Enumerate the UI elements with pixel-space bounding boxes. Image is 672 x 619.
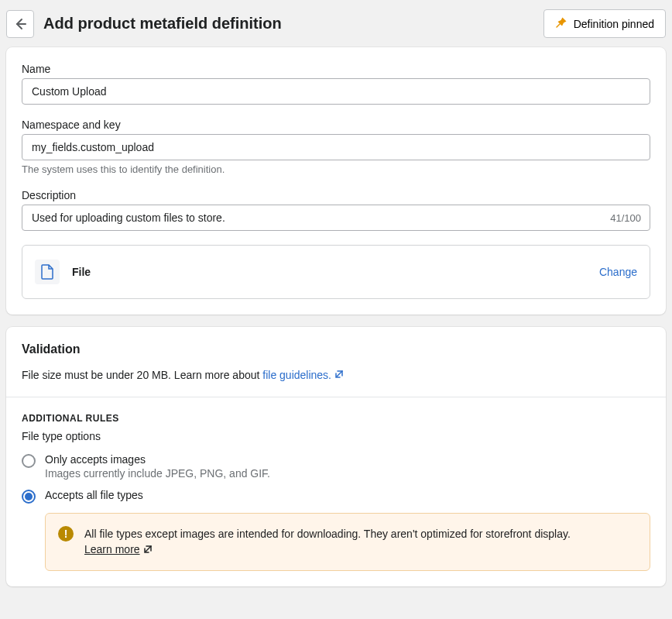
external-link-icon <box>143 545 153 554</box>
type-selector: File Change <box>22 245 650 299</box>
radio-icon <box>22 454 36 468</box>
validation-card: Validation File size must be under 20 MB… <box>6 327 666 586</box>
file-type-options-label: File type options <box>22 430 650 442</box>
warning-banner: ! All file types except images are inten… <box>45 513 650 571</box>
radio-only-images-label: Only accepts images <box>45 453 270 466</box>
radio-only-images-help: Images currently include JPEG, PNG, and … <box>45 467 270 480</box>
warning-text: All file types except images are intende… <box>84 528 571 540</box>
radio-icon <box>22 490 36 504</box>
arrow-left-icon <box>12 16 28 32</box>
radio-only-images[interactable]: Only accepts images Images currently inc… <box>22 453 650 480</box>
namespace-group: Namespace and key The system uses this t… <box>22 119 650 175</box>
pinned-button-label: Definition pinned <box>574 18 654 30</box>
file-type-radio-group: Only accepts images Images currently inc… <box>22 453 650 504</box>
validation-heading: Validation <box>22 342 650 356</box>
radio-all-types[interactable]: Accepts all file types <box>22 489 650 504</box>
back-button[interactable] <box>6 10 34 38</box>
pin-icon <box>555 16 567 31</box>
external-link-icon <box>334 370 344 379</box>
change-type-link[interactable]: Change <box>599 266 637 278</box>
validation-body: File size must be under 20 MB. Learn mor… <box>22 369 650 381</box>
warning-text-wrap: All file types except images are intende… <box>84 526 571 558</box>
file-guidelines-link[interactable]: file guidelines. <box>262 369 344 381</box>
file-icon-wrap <box>35 260 60 284</box>
name-label: Name <box>22 63 650 75</box>
namespace-input[interactable] <box>22 134 650 160</box>
description-label: Description <box>22 189 650 201</box>
page-header: Add product metafield definition Definit… <box>0 0 672 47</box>
type-label: File <box>72 266 587 278</box>
name-group: Name <box>22 63 650 105</box>
page-title: Add product metafield definition <box>43 15 534 33</box>
description-group: Description 41/100 <box>22 189 650 231</box>
definition-pinned-button[interactable]: Definition pinned <box>543 9 666 38</box>
radio-all-types-label: Accepts all file types <box>45 489 143 501</box>
file-icon <box>40 264 54 280</box>
definition-card: Name Namespace and key The system uses t… <box>6 47 666 315</box>
namespace-help-text: The system uses this to identify the def… <box>22 163 650 175</box>
warning-icon: ! <box>58 526 74 542</box>
learn-more-link[interactable]: Learn more <box>84 542 153 557</box>
additional-rules-heading: ADDITIONAL RULES <box>22 413 650 424</box>
name-input[interactable] <box>22 78 650 105</box>
description-input[interactable] <box>22 205 650 231</box>
validation-body-prefix: File size must be under 20 MB. Learn mor… <box>22 369 262 381</box>
namespace-label: Namespace and key <box>22 119 650 131</box>
